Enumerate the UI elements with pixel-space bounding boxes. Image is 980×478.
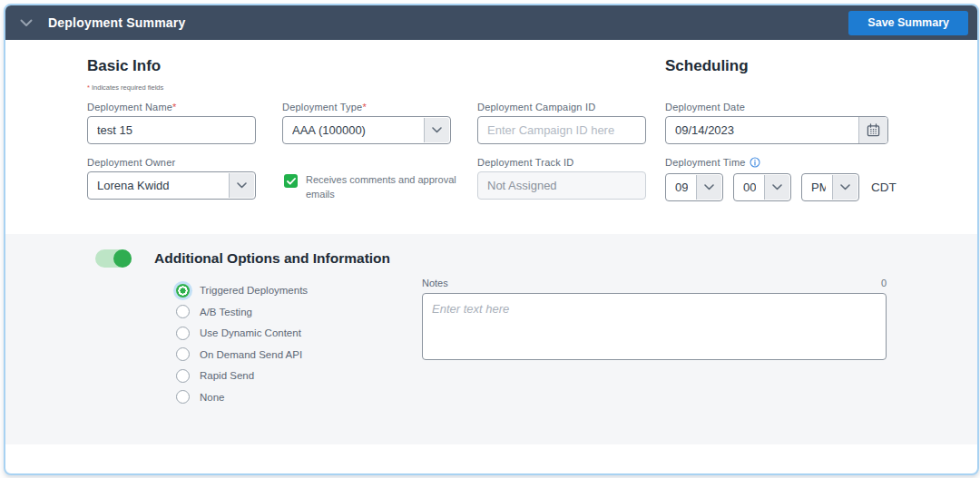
radio-icon <box>176 347 190 361</box>
additional-options-toggle[interactable] <box>95 249 132 268</box>
panel-title: Deployment Summary <box>48 15 185 30</box>
deployment-time-label: Deployment Time <box>665 157 901 170</box>
save-summary-button[interactable]: Save Summary <box>848 11 968 35</box>
deployment-owner-select[interactable]: Lorena Kwidd <box>87 171 256 200</box>
checkbox-checked-icon <box>284 174 298 188</box>
chevron-down-icon <box>696 175 721 200</box>
additional-options-heading: Additional Options and Information <box>154 250 390 267</box>
radio-ab-testing[interactable]: A/B Testing <box>176 305 308 319</box>
toggle-knob <box>113 249 132 268</box>
collapse-chevron-down-icon[interactable] <box>20 19 33 27</box>
deployment-date-label: Deployment Date <box>665 102 888 112</box>
radio-icon <box>176 390 190 404</box>
deployment-option-radio-group: Triggered Deployments A/B Testing Use Dy… <box>176 283 308 411</box>
deployment-type-select[interactable]: AAA (100000) <box>282 116 451 144</box>
chevron-down-icon <box>424 118 449 142</box>
radio-rapid-send[interactable]: Rapid Send <box>176 368 308 383</box>
chevron-down-icon <box>764 175 789 200</box>
deployment-track-id-input <box>477 171 646 200</box>
radio-use-dynamic-content[interactable]: Use Dynamic Content <box>176 326 308 340</box>
info-icon[interactable] <box>750 157 760 170</box>
deployment-date-input[interactable] <box>665 116 888 144</box>
required-fields-note: * Indicates required fields <box>87 83 163 92</box>
panel-header: Deployment Summary Save Summary <box>5 5 977 40</box>
deployment-campaign-id-label: Deployment Campaign ID <box>477 102 646 112</box>
required-asterisk: * <box>87 83 90 92</box>
deployment-campaign-id-input[interactable] <box>477 116 646 144</box>
time-hour-select[interactable]: 09 <box>665 173 723 201</box>
chevron-down-icon <box>832 175 858 200</box>
notes-textarea[interactable] <box>422 293 887 360</box>
deployment-summary-panel: Deployment Summary Save Summary Basic In… <box>4 4 979 475</box>
scheduling-heading: Scheduling <box>665 57 749 75</box>
notes-char-counter: 0 <box>881 278 887 288</box>
radio-icon <box>176 369 190 383</box>
radio-selected-icon <box>176 284 190 298</box>
timezone-label: CDT <box>871 180 897 194</box>
deployment-track-id-label: Deployment Track ID <box>477 157 646 168</box>
radio-triggered-deployments[interactable]: Triggered Deployments <box>176 283 308 298</box>
time-meridiem-select[interactable]: PM <box>801 173 859 201</box>
notes-label: Notes <box>422 278 448 288</box>
radio-icon <box>176 305 190 318</box>
receives-comments-label: Receives comments and approval emails <box>306 173 466 202</box>
radio-on-demand-send-api[interactable]: On Demand Send API <box>176 347 308 362</box>
basic-info-heading: Basic Info <box>87 57 161 75</box>
deployment-type-label: Deployment Type* <box>282 102 451 112</box>
chevron-down-icon <box>229 173 254 198</box>
receives-comments-checkbox[interactable]: Receives comments and approval emails <box>284 173 466 202</box>
calendar-icon[interactable] <box>858 117 887 143</box>
radio-icon <box>176 327 190 340</box>
deployment-name-input[interactable] <box>87 116 256 144</box>
notes-field: Notes 0 <box>422 278 887 364</box>
additional-options-section: Additional Options and Information Trigg… <box>5 234 977 444</box>
deployment-owner-label: Deployment Owner <box>87 157 256 168</box>
radio-none[interactable]: None <box>176 390 308 405</box>
deployment-name-label: Deployment Name* <box>87 102 256 112</box>
time-minute-select[interactable]: 00 <box>733 173 791 201</box>
